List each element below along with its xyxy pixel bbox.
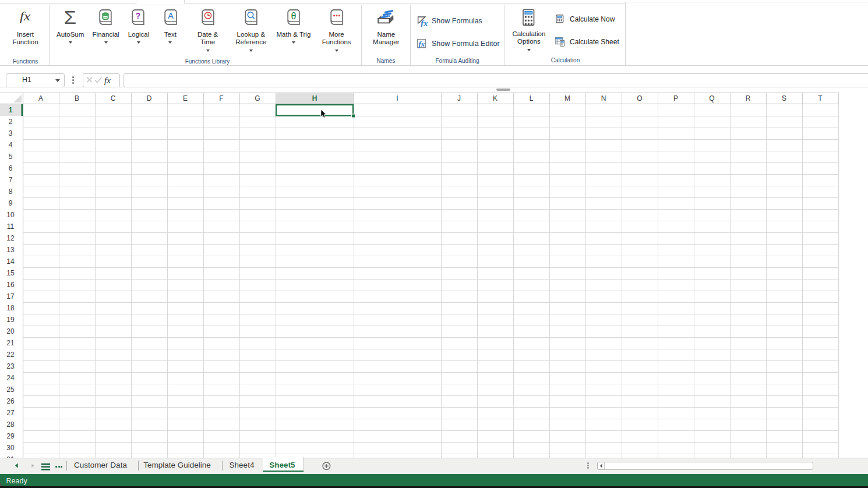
- svg-text:A: A: [168, 11, 174, 20]
- svg-text:?: ?: [136, 11, 141, 20]
- svg-text:Σ: Σ: [64, 9, 76, 26]
- svg-text:fx: fx: [421, 19, 428, 27]
- svg-text:fx: fx: [419, 40, 425, 48]
- svg-text:fx: fx: [104, 76, 111, 85]
- svg-text:θ: θ: [291, 11, 297, 21]
- svg-text:fx: fx: [20, 9, 31, 23]
